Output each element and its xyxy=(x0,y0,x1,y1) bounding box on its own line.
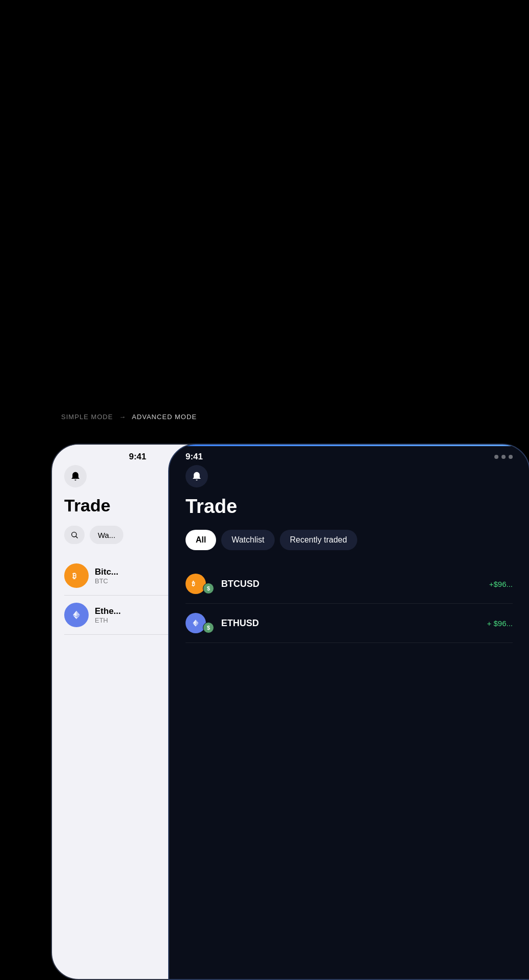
eth-coin-icon xyxy=(64,603,89,627)
left-eth-symbol: ETH xyxy=(95,616,121,624)
mode-arrow: → xyxy=(119,413,126,421)
btc-icon-stack: ₿ $ xyxy=(186,574,214,594)
left-eth-name: Ethe... xyxy=(95,606,121,616)
bell-icon-right xyxy=(192,471,202,481)
btc-usd-sub-icon: $ xyxy=(203,583,214,594)
left-btc-info: Bitc... BTC xyxy=(95,567,118,585)
bell-icon xyxy=(70,471,81,481)
right-notification-button[interactable] xyxy=(186,465,208,487)
right-btc-item[interactable]: ₿ $ BTCUSD +$96... xyxy=(186,564,513,604)
left-search-tab[interactable] xyxy=(64,526,85,544)
simple-mode-label[interactable]: SIMPLE MODE xyxy=(61,413,113,421)
left-btc-name: Bitc... xyxy=(95,567,118,577)
right-page-title: Trade xyxy=(186,496,513,518)
phones-container: 9:41 Trade xyxy=(0,444,529,980)
svg-text:₿: ₿ xyxy=(192,580,195,587)
right-btc-info: BTCUSD xyxy=(221,579,482,589)
svg-text:₿: ₿ xyxy=(72,572,76,580)
left-watchlist-tab[interactable]: Wa... xyxy=(90,526,123,544)
btc-coin-icon: ₿ xyxy=(64,563,89,588)
right-eth-change: + $96... xyxy=(487,619,513,628)
signal-icon xyxy=(494,455,498,459)
wifi-icon xyxy=(501,455,506,459)
left-notification-button[interactable] xyxy=(64,465,87,487)
mode-labels-container: SIMPLE MODE → ADVANCED MODE xyxy=(61,413,197,421)
left-eth-info: Ethe... ETH xyxy=(95,606,121,624)
left-btc-symbol: BTC xyxy=(95,577,118,585)
status-icons xyxy=(494,455,513,459)
status-bar-right: 9:41 xyxy=(169,445,529,465)
bitcoin-icon: ₿ xyxy=(190,578,201,589)
btc-main-icon: ₿ xyxy=(186,574,206,594)
phone-right: 9:41 Trade A xyxy=(168,444,529,980)
right-tabs-row: All Watchlist Recently traded xyxy=(186,530,513,550)
battery-icon xyxy=(509,455,513,459)
ethereum-logo xyxy=(71,609,82,621)
ethereum-icon xyxy=(191,617,200,629)
eth-main-icon xyxy=(186,613,206,633)
bitcoin-logo: ₿ xyxy=(70,569,83,582)
svg-marker-3 xyxy=(73,611,76,616)
search-icon xyxy=(70,531,78,539)
left-status-time: 9:41 xyxy=(129,452,146,462)
tab-recently-traded[interactable]: Recently traded xyxy=(280,530,357,550)
tab-all[interactable]: All xyxy=(186,530,216,550)
right-eth-name: ETHUSD xyxy=(221,618,480,629)
right-eth-info: ETHUSD xyxy=(221,618,480,629)
eth-icon-stack: $ xyxy=(186,613,214,633)
right-btc-name: BTCUSD xyxy=(221,579,482,589)
eth-usd-sub-icon: $ xyxy=(203,622,214,633)
right-eth-item[interactable]: $ ETHUSD + $96... xyxy=(186,604,513,643)
right-btc-change: +$96... xyxy=(489,580,513,588)
svg-marker-2 xyxy=(76,611,80,616)
right-status-time: 9:41 xyxy=(186,452,203,462)
tab-watchlist[interactable]: Watchlist xyxy=(221,530,274,550)
advanced-mode-label[interactable]: ADVANCED MODE xyxy=(132,413,197,421)
